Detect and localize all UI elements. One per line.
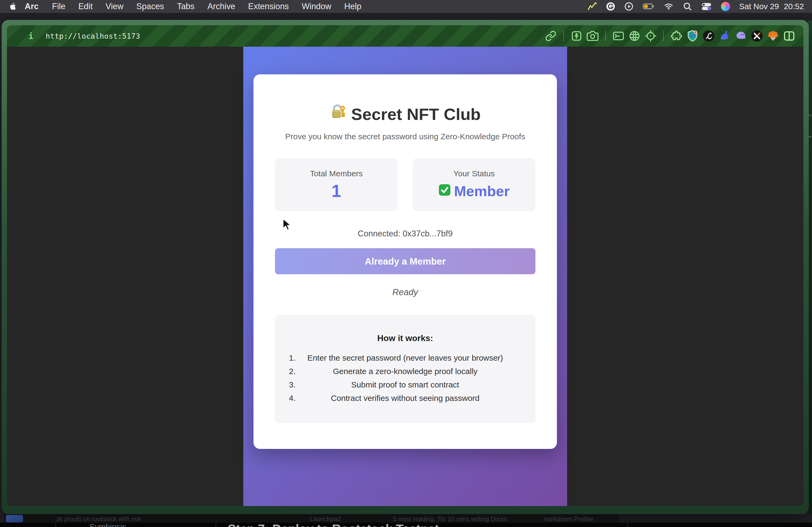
spotlight-search-icon[interactable] [683, 2, 692, 11]
activity-chart-icon[interactable] [587, 2, 597, 11]
phantom-wallet-icon[interactable] [735, 30, 747, 42]
background-deck-strip: Symbiosis Step 7: Deploy to Rootstock Te… [0, 523, 812, 527]
how-it-works-list: 1. Enter the secret password (never leav… [275, 351, 535, 405]
wifi-icon[interactable] [664, 2, 674, 11]
your-status-card: Your Status Member [413, 158, 535, 211]
battery-icon[interactable] [642, 2, 654, 11]
extensions-puzzle-icon[interactable] [670, 30, 683, 42]
rabbit-wallet-icon[interactable] [719, 30, 731, 42]
terminal-icon[interactable] [612, 30, 625, 42]
site-info-icon[interactable]: i [28, 31, 33, 41]
copy-link-icon[interactable] [545, 30, 557, 42]
media-capture-icon[interactable] [570, 30, 583, 42]
menu-date: Sat Nov 29 [739, 2, 779, 11]
svg-text:ℒ: ℒ [706, 31, 712, 41]
menu-item-view[interactable]: View [99, 2, 130, 11]
member-status-text: Member [454, 182, 510, 200]
total-members-value: 1 [275, 182, 398, 200]
background-window-tab[interactable] [6, 515, 23, 523]
menu-bar: Arc File Edit View Spaces Tabs Archive E… [0, 0, 812, 13]
adguard-shield-icon[interactable] [686, 30, 699, 42]
playback-icon[interactable] [624, 2, 634, 11]
menu-item-archive[interactable]: Archive [201, 2, 242, 11]
background-tab-title: zk proofs on rootstock with noir [56, 515, 142, 523]
browser-toolbar: i http://localhost:5173 [7, 25, 803, 47]
menu-item-spaces[interactable]: Spaces [130, 2, 171, 11]
stat-label: Total Members [275, 169, 398, 178]
menu-item-edit[interactable]: Edit [72, 2, 99, 11]
siri-icon[interactable] [721, 2, 730, 11]
already-a-member-button[interactable]: Already a Member [275, 248, 535, 274]
xverse-wallet-icon[interactable] [751, 30, 763, 42]
how-step: 1. Enter the secret password (never leav… [275, 351, 535, 365]
page-title: Secret NFT Club [253, 103, 557, 125]
background-window-edge [808, 20, 812, 514]
connected-address: Connected: 0x37cb...7bf9 [253, 229, 557, 239]
stats-row: Total Members 1 Your Status Member [275, 158, 535, 211]
page-subtitle: Prove you know the secret password using… [253, 132, 557, 141]
split-view-icon[interactable] [783, 30, 795, 42]
background-faint-text: markdown Prettier [543, 515, 594, 523]
total-members-card: Total Members 1 [275, 158, 398, 211]
menu-item-extensions[interactable]: Extensions [242, 2, 295, 11]
how-step: 4. Contract verifies without seeing pass… [275, 391, 535, 405]
url-field[interactable]: http://localhost:5173 [46, 32, 140, 40]
how-step: 3. Submit proof to smart contract [275, 378, 535, 391]
target-icon[interactable] [644, 30, 657, 42]
control-center-icon[interactable] [701, 2, 712, 11]
mouse-cursor [282, 218, 294, 232]
menu-item-window[interactable]: Window [295, 2, 338, 11]
apple-menu-icon[interactable] [9, 2, 17, 11]
menu-time: 20:52 [784, 2, 804, 11]
how-it-works-title: How it works: [275, 315, 535, 343]
how-step: 2. Generate a zero-knowledge proof local… [275, 365, 535, 378]
menu-item-tabs[interactable]: Tabs [171, 2, 201, 11]
metamask-fox-icon[interactable] [767, 30, 779, 42]
menu-clock[interactable]: Sat Nov 29 20:52 [739, 2, 804, 11]
page-viewport: Secret NFT Club Prove you know the secre… [7, 47, 803, 506]
menu-item-file[interactable]: File [46, 2, 72, 11]
check-mark-icon [438, 182, 451, 200]
menu-item-arc[interactable]: Arc [17, 2, 46, 11]
member-status-value: Member [413, 182, 535, 200]
stat-label: Your Status [413, 169, 535, 178]
deck-title: Step 7: Deploy to Rootstock Testnet [228, 522, 439, 527]
status-text: Ready [253, 287, 557, 297]
arc-browser-window: i http://localhost:5173 [2, 20, 809, 514]
grammarly-icon[interactable] [606, 2, 615, 11]
deck-label: Symbiosis [89, 522, 126, 527]
menu-item-help[interactable]: Help [338, 2, 368, 11]
how-it-works-panel: How it works: 1. Enter the secret passwo… [275, 315, 535, 423]
page-title-text: Secret NFT Club [351, 104, 481, 125]
secret-nft-club-card: Secret NFT Club Prove you know the secre… [253, 74, 557, 449]
locked-with-key-icon [330, 103, 346, 125]
screenshot-camera-icon[interactable] [586, 30, 599, 42]
globe-icon[interactable] [628, 30, 641, 42]
script-l-extension-icon[interactable]: ℒ [702, 30, 715, 42]
